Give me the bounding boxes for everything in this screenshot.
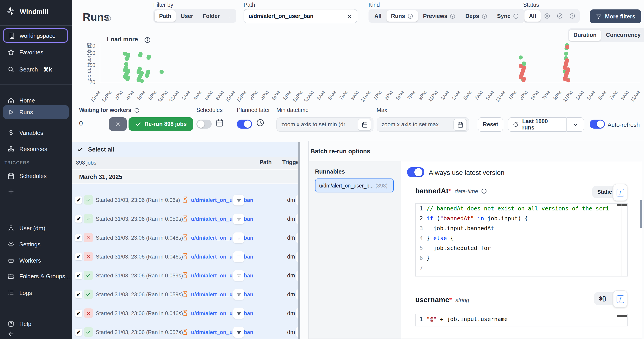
username-code-editor[interactable]: 1"@" + job.input.username [415,314,628,326]
row-checkbox[interactable]: ✔ [75,272,82,279]
job-dot-success[interactable] [145,74,149,78]
cancel-selection-button[interactable] [109,117,127,131]
job-dot-success[interactable] [518,55,523,59]
auto-refresh-toggle[interactable] [590,120,605,129]
view-option-concurrency[interactable]: Concurrency [602,30,644,41]
status-option-all[interactable]: All [524,10,541,22]
info-icon[interactable] [105,15,112,22]
job-dot-success[interactable] [564,52,568,56]
table-row[interactable]: ✔ Started 31/03, 23:06 (Ran in 0.046s) u… [72,250,300,263]
sidebar-item-favorites[interactable]: Favorites [3,46,69,59]
bannedat-code-editor[interactable]: 1// bannedAt does not exist on all versi… [415,203,628,276]
row-checkbox[interactable]: ✔ [75,215,82,223]
sidebar-item-resources[interactable]: Resources [3,143,69,155]
job-dot-failure[interactable] [522,78,526,82]
info-icon[interactable] [481,188,487,194]
sidebar-item-search[interactable]: Search⌘k [3,63,69,76]
job-dot-success[interactable] [140,79,144,83]
row-filter-button[interactable] [233,327,244,338]
row-filter-button[interactable] [233,289,244,300]
collapse-sidebar-button[interactable] [3,327,21,339]
table-row[interactable]: ✔ Started 31/03, 23:06 (Ran in 0.059s) u… [72,213,300,225]
job-dot-success[interactable] [126,77,130,81]
row-checkbox[interactable]: ✔ [75,291,82,298]
sidebar-item-folders[interactable]: Folders & Groups... [3,270,69,282]
filter-by-more-button[interactable] [225,10,235,22]
kind-option-deps[interactable]: Deps [461,10,492,22]
row-filter-button[interactable] [233,308,244,319]
row-filter-button[interactable] [233,251,244,262]
table-scrollbar[interactable] [298,142,300,339]
path-filter-input[interactable]: u/dm/alert_on_user_ban [244,9,357,23]
sidebar-item-user[interactable]: User (dm) [3,222,69,234]
row-filter-button[interactable] [233,195,244,205]
row-filter-button[interactable] [233,270,244,281]
job-dot-success[interactable] [160,70,164,74]
kind-option-sync[interactable]: Sync [492,10,524,22]
row-filter-button[interactable] [233,232,244,243]
javascript-mode-button[interactable]: f [613,290,627,307]
status-option-alert-circle-icon[interactable] [566,10,578,22]
run-trigger: dm [287,329,295,335]
planned-later-toggle[interactable] [237,120,252,129]
row-checkbox[interactable]: ✔ [75,329,82,336]
calendar-icon[interactable] [454,119,467,131]
sidebar-item-schedules[interactable]: Schedules [3,170,69,182]
sidebar-item-workers[interactable]: Workers [3,254,69,267]
runs-limit-dropdown[interactable]: Last 1000 runs [508,117,584,132]
y-axis-tick: 20 [73,80,95,85]
row-checkbox[interactable]: ✔ [75,253,82,260]
status-option-play-circle-icon[interactable] [541,10,553,22]
max-datetime-input[interactable]: zoom x axis to set max [376,117,469,132]
calendar-icon[interactable] [358,119,371,131]
schedules-toggle[interactable] [196,120,212,129]
reset-button[interactable]: Reset [478,117,503,132]
user-icon [7,224,15,232]
rerun-jobs-button[interactable]: Re-run 898 jobs [128,117,193,131]
panel-scrollbar[interactable] [640,200,642,228]
sidebar-item-logs[interactable]: Logs [3,286,69,299]
app-logo[interactable]: Windmill [6,6,48,16]
info-icon[interactable] [134,107,140,113]
job-dot-failure[interactable] [566,78,570,82]
select-all-bar[interactable]: Select all [72,142,300,157]
sidebar-item-runs[interactable]: Runs [3,105,69,119]
filter-by-option-user[interactable]: User [176,10,198,22]
clear-path-icon[interactable] [346,13,352,19]
sidebar-item-variables[interactable]: Variables [3,126,69,139]
more-filters-button[interactable]: More filters [590,10,641,23]
javascript-mode-button[interactable]: f [613,184,627,201]
trigger-column-header: Trigger [282,159,300,165]
filter-by-option-folder[interactable]: Folder [198,10,224,22]
scatter-plot[interactable] [100,40,640,83]
row-filter-button[interactable] [233,214,244,224]
kind-option-all[interactable]: All [370,10,386,22]
status-option-check-circle-icon[interactable] [554,10,566,22]
table-row[interactable]: ✔ Started 31/03, 23:06 (Ran in 0.059s) u… [72,269,300,282]
latest-version-toggle[interactable] [407,167,424,177]
table-row[interactable]: ✔ Started 31/03, 23:06 (Ran in 0.06s) u/… [72,194,300,206]
kind-option-runs[interactable]: Runs [386,10,418,22]
job-dot-success[interactable] [138,53,142,57]
kind-option-previews[interactable]: Previews [418,10,460,22]
row-checkbox[interactable]: ✔ [75,196,82,204]
view-option-duration[interactable]: Duration [569,30,601,41]
table-row[interactable]: ✔ Started 31/03, 23:06 (Ran in 0.057s) u… [72,326,300,338]
table-row[interactable]: ✔ Started 31/03, 23:06 (Ran in 0.059s) u… [72,288,300,301]
runnable-item[interactable]: u/dm/alert_on_user_b... (898) [315,178,394,192]
job-dot-success[interactable] [124,62,128,66]
sidebar-item-home[interactable]: Home [3,94,69,107]
job-dot-success[interactable] [146,56,150,60]
min-datetime-input[interactable]: zoom x axis to set min (dr [276,117,374,132]
table-row[interactable]: ✔ Started 31/03, 23:06 (Ran in 0.048s) u… [72,231,300,244]
workspace-selector[interactable]: workingspace [3,28,68,43]
sidebar-item-settings[interactable]: Settings [3,238,69,250]
job-dot-failure[interactable] [565,45,570,49]
row-checkbox[interactable]: ✔ [75,310,82,317]
filter-by-option-path[interactable]: Path [154,10,176,22]
table-row[interactable]: ✔ Started 31/03, 23:06 (Ran in 0.046s) u… [72,307,300,320]
row-checkbox[interactable]: ✔ [75,234,82,241]
runs-limit-expand[interactable] [566,117,584,132]
add-trigger-button[interactable] [3,185,21,198]
job-dot-success[interactable] [124,57,128,61]
